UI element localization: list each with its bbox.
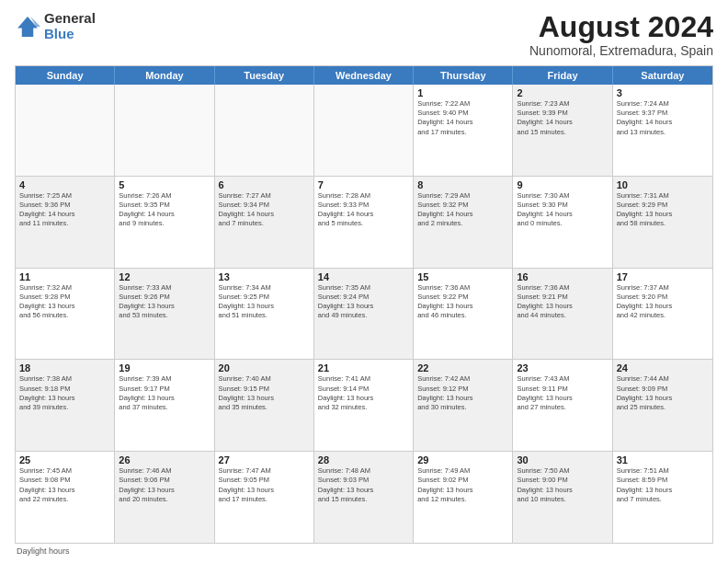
- day-info: Sunrise: 7:38 AM Sunset: 9:18 PM Dayligh…: [19, 374, 110, 412]
- logo-blue-text: Blue: [44, 27, 96, 42]
- day-info: Sunrise: 7:51 AM Sunset: 8:59 PM Dayligh…: [617, 466, 709, 504]
- title-block: August 2024 Nunomoral, Extremadura, Spai…: [529, 11, 713, 58]
- calendar-cell: 25Sunrise: 7:45 AM Sunset: 9:08 PM Dayli…: [16, 452, 115, 543]
- day-info: Sunrise: 7:46 AM Sunset: 9:06 PM Dayligh…: [119, 466, 210, 504]
- day-number: 26: [119, 454, 210, 465]
- svg-marker-0: [17, 17, 38, 37]
- day-number: 5: [119, 179, 210, 190]
- calendar-cell: 13Sunrise: 7:34 AM Sunset: 9:25 PM Dayli…: [215, 269, 314, 360]
- calendar-cell: 12Sunrise: 7:33 AM Sunset: 9:26 PM Dayli…: [115, 269, 214, 360]
- day-info: Sunrise: 7:44 AM Sunset: 9:09 PM Dayligh…: [617, 374, 709, 412]
- logo-text: General Blue: [44, 11, 96, 41]
- calendar-row-3: 18Sunrise: 7:38 AM Sunset: 9:18 PM Dayli…: [16, 359, 712, 451]
- day-info: Sunrise: 7:36 AM Sunset: 9:22 PM Dayligh…: [417, 283, 508, 321]
- day-info: Sunrise: 7:33 AM Sunset: 9:26 PM Dayligh…: [119, 283, 210, 321]
- day-number: 22: [417, 362, 508, 373]
- calendar-cell: 1Sunrise: 7:22 AM Sunset: 9:40 PM Daylig…: [414, 85, 513, 176]
- day-number: 7: [318, 179, 409, 190]
- calendar-cell: 3Sunrise: 7:24 AM Sunset: 9:37 PM Daylig…: [613, 85, 712, 176]
- calendar-cell: [16, 85, 115, 176]
- calendar-cell: 4Sunrise: 7:25 AM Sunset: 9:36 PM Daylig…: [16, 177, 115, 268]
- calendar-cell: 31Sunrise: 7:51 AM Sunset: 8:59 PM Dayli…: [613, 452, 712, 543]
- day-number: 27: [219, 454, 310, 465]
- day-info: Sunrise: 7:36 AM Sunset: 9:21 PM Dayligh…: [517, 283, 608, 321]
- day-info: Sunrise: 7:37 AM Sunset: 9:20 PM Dayligh…: [617, 283, 709, 321]
- day-info: Sunrise: 7:48 AM Sunset: 9:03 PM Dayligh…: [318, 466, 409, 504]
- calendar-cell: 26Sunrise: 7:46 AM Sunset: 9:06 PM Dayli…: [115, 452, 214, 543]
- day-number: 20: [219, 362, 310, 373]
- calendar-cell: 27Sunrise: 7:47 AM Sunset: 9:05 PM Dayli…: [215, 452, 314, 543]
- day-number: 23: [517, 362, 608, 373]
- calendar-cell: 16Sunrise: 7:36 AM Sunset: 9:21 PM Dayli…: [513, 269, 612, 360]
- calendar-cell: 6Sunrise: 7:27 AM Sunset: 9:34 PM Daylig…: [215, 177, 314, 268]
- calendar-cell: 10Sunrise: 7:31 AM Sunset: 9:29 PM Dayli…: [613, 177, 712, 268]
- calendar-cell: 5Sunrise: 7:26 AM Sunset: 9:35 PM Daylig…: [115, 177, 214, 268]
- calendar-row-1: 4Sunrise: 7:25 AM Sunset: 9:36 PM Daylig…: [16, 176, 712, 268]
- calendar-header: SundayMondayTuesdayWednesdayThursdayFrid…: [16, 66, 712, 85]
- day-info: Sunrise: 7:40 AM Sunset: 9:15 PM Dayligh…: [219, 374, 310, 412]
- day-info: Sunrise: 7:26 AM Sunset: 9:35 PM Dayligh…: [119, 191, 210, 229]
- day-number: 11: [19, 271, 110, 282]
- calendar-cell: 19Sunrise: 7:39 AM Sunset: 9:17 PM Dayli…: [115, 360, 214, 451]
- header-day-wednesday: Wednesday: [314, 66, 414, 85]
- day-info: Sunrise: 7:47 AM Sunset: 9:05 PM Dayligh…: [219, 466, 310, 504]
- calendar-cell: 15Sunrise: 7:36 AM Sunset: 9:22 PM Dayli…: [414, 269, 513, 360]
- day-info: Sunrise: 7:49 AM Sunset: 9:02 PM Dayligh…: [417, 466, 508, 504]
- calendar-cell: 22Sunrise: 7:42 AM Sunset: 9:12 PM Dayli…: [414, 360, 513, 451]
- calendar-cell: 20Sunrise: 7:40 AM Sunset: 9:15 PM Dayli…: [215, 360, 314, 451]
- calendar-row-4: 25Sunrise: 7:45 AM Sunset: 9:08 PM Dayli…: [16, 451, 712, 543]
- day-number: 14: [318, 271, 409, 282]
- header-day-sunday: Sunday: [16, 66, 115, 85]
- day-info: Sunrise: 7:35 AM Sunset: 9:24 PM Dayligh…: [318, 283, 409, 321]
- calendar-cell: 28Sunrise: 7:48 AM Sunset: 9:03 PM Dayli…: [314, 452, 414, 543]
- day-info: Sunrise: 7:43 AM Sunset: 9:11 PM Dayligh…: [517, 374, 608, 412]
- day-info: Sunrise: 7:31 AM Sunset: 9:29 PM Dayligh…: [617, 191, 709, 229]
- calendar-cell: 7Sunrise: 7:28 AM Sunset: 9:33 PM Daylig…: [314, 177, 414, 268]
- header-day-monday: Monday: [115, 66, 214, 85]
- day-number: 4: [19, 179, 110, 190]
- calendar-cell: 9Sunrise: 7:30 AM Sunset: 9:30 PM Daylig…: [513, 177, 612, 268]
- calendar-cell: 14Sunrise: 7:35 AM Sunset: 9:24 PM Dayli…: [314, 269, 414, 360]
- calendar-body: 1Sunrise: 7:22 AM Sunset: 9:40 PM Daylig…: [16, 85, 712, 543]
- calendar-row-2: 11Sunrise: 7:32 AM Sunset: 9:28 PM Dayli…: [16, 268, 712, 360]
- logo: General Blue: [15, 11, 96, 41]
- day-info: Sunrise: 7:41 AM Sunset: 9:14 PM Dayligh…: [318, 374, 409, 412]
- day-number: 18: [19, 362, 110, 373]
- footer-note: Daylight hours: [15, 544, 713, 556]
- calendar-cell: 29Sunrise: 7:49 AM Sunset: 9:02 PM Dayli…: [414, 452, 513, 543]
- day-info: Sunrise: 7:23 AM Sunset: 9:39 PM Dayligh…: [517, 99, 608, 137]
- day-info: Sunrise: 7:25 AM Sunset: 9:36 PM Dayligh…: [19, 191, 110, 229]
- logo-general-text: General: [44, 11, 96, 27]
- header-day-saturday: Saturday: [613, 66, 712, 85]
- day-number: 30: [517, 454, 608, 465]
- calendar-cell: [215, 85, 314, 176]
- calendar-row-0: 1Sunrise: 7:22 AM Sunset: 9:40 PM Daylig…: [16, 85, 712, 176]
- day-number: 16: [517, 271, 608, 282]
- day-number: 12: [119, 271, 210, 282]
- calendar-cell: 21Sunrise: 7:41 AM Sunset: 9:14 PM Dayli…: [314, 360, 414, 451]
- day-number: 1: [417, 87, 508, 98]
- main-title: August 2024: [529, 11, 713, 43]
- day-number: 9: [517, 179, 608, 190]
- day-info: Sunrise: 7:42 AM Sunset: 9:12 PM Dayligh…: [417, 374, 508, 412]
- day-number: 25: [19, 454, 110, 465]
- day-number: 15: [417, 271, 508, 282]
- day-info: Sunrise: 7:39 AM Sunset: 9:17 PM Dayligh…: [119, 374, 210, 412]
- logo-icon: [15, 14, 40, 40]
- day-number: 6: [219, 179, 310, 190]
- day-number: 31: [617, 454, 709, 465]
- day-number: 24: [617, 362, 709, 373]
- calendar-cell: 8Sunrise: 7:29 AM Sunset: 9:32 PM Daylig…: [414, 177, 513, 268]
- day-info: Sunrise: 7:22 AM Sunset: 9:40 PM Dayligh…: [417, 99, 508, 137]
- day-info: Sunrise: 7:32 AM Sunset: 9:28 PM Dayligh…: [19, 283, 110, 321]
- header-day-tuesday: Tuesday: [215, 66, 314, 85]
- calendar-cell: 18Sunrise: 7:38 AM Sunset: 9:18 PM Dayli…: [16, 360, 115, 451]
- day-info: Sunrise: 7:34 AM Sunset: 9:25 PM Dayligh…: [219, 283, 310, 321]
- day-number: 28: [318, 454, 409, 465]
- calendar-cell: 17Sunrise: 7:37 AM Sunset: 9:20 PM Dayli…: [613, 269, 712, 360]
- calendar: SundayMondayTuesdayWednesdayThursdayFrid…: [15, 65, 713, 544]
- header-day-thursday: Thursday: [414, 66, 513, 85]
- day-number: 13: [219, 271, 310, 282]
- day-info: Sunrise: 7:24 AM Sunset: 9:37 PM Dayligh…: [617, 99, 709, 137]
- day-info: Sunrise: 7:29 AM Sunset: 9:32 PM Dayligh…: [417, 191, 508, 229]
